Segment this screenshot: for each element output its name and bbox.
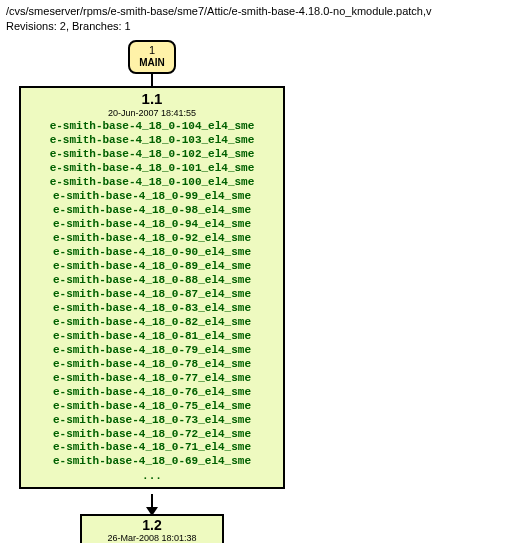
tag-ellipsis: ...: [27, 470, 277, 482]
tag-item: e-smith-base-4_18_0-73_el4_sme: [27, 414, 277, 428]
tag-item: e-smith-base-4_18_0-102_el4_sme: [27, 148, 277, 162]
tag-item: e-smith-base-4_18_0-78_el4_sme: [27, 358, 277, 372]
revision-title: 1.2: [87, 518, 217, 533]
repo-meta: Revisions: 2, Branches: 1: [6, 19, 506, 34]
tag-item: e-smith-base-4_18_0-92_el4_sme: [27, 232, 277, 246]
tag-item: e-smith-base-4_18_0-76_el4_sme: [27, 386, 277, 400]
connector-line: [151, 74, 153, 87]
tag-item: e-smith-base-4_18_0-82_el4_sme: [27, 316, 277, 330]
tag-item: e-smith-base-4_18_0-99_el4_sme: [27, 190, 277, 204]
tag-item: e-smith-base-4_18_0-81_el4_sme: [27, 330, 277, 344]
tag-item: e-smith-base-4_18_0-90_el4_sme: [27, 246, 277, 260]
revision-node-1-2[interactable]: 1.2 26-Mar-2008 18:01:38 HEAD: [80, 514, 224, 543]
tag-item: e-smith-base-4_18_0-88_el4_sme: [27, 274, 277, 288]
tag-item: e-smith-base-4_18_0-69_el4_sme: [27, 455, 277, 469]
tag-list: e-smith-base-4_18_0-104_el4_smee-smith-b…: [27, 120, 277, 469]
header: /cvs/smeserver/rpms/e-smith-base/sme7/At…: [0, 0, 512, 34]
revision-date: 20-Jun-2007 18:41:55: [27, 108, 277, 118]
tag-item: e-smith-base-4_18_0-104_el4_sme: [27, 120, 277, 134]
tag-item: e-smith-base-4_18_0-72_el4_sme: [27, 428, 277, 442]
revision-date: 26-Mar-2008 18:01:38: [87, 533, 217, 543]
tag-item: e-smith-base-4_18_0-75_el4_sme: [27, 400, 277, 414]
tag-item: e-smith-base-4_18_0-87_el4_sme: [27, 288, 277, 302]
tag-item: e-smith-base-4_18_0-98_el4_sme: [27, 204, 277, 218]
branch-node-main[interactable]: 1 MAIN: [128, 40, 176, 74]
tag-item: e-smith-base-4_18_0-71_el4_sme: [27, 441, 277, 455]
tag-item: e-smith-base-4_18_0-101_el4_sme: [27, 162, 277, 176]
tag-item: e-smith-base-4_18_0-103_el4_sme: [27, 134, 277, 148]
tag-item: e-smith-base-4_18_0-89_el4_sme: [27, 260, 277, 274]
branch-name: MAIN: [134, 57, 170, 68]
revision-node-1-1[interactable]: 1.1 20-Jun-2007 18:41:55 e-smith-base-4_…: [19, 86, 285, 490]
branch-number: 1: [134, 45, 170, 56]
page: /cvs/smeserver/rpms/e-smith-base/sme7/At…: [0, 0, 512, 543]
revision-title: 1.1: [27, 91, 277, 108]
revision-graph: 1 MAIN 1.1 20-Jun-2007 18:41:55 e-smith-…: [0, 36, 512, 536]
arrow-down-icon: [146, 507, 158, 516]
tag-item: e-smith-base-4_18_0-100_el4_sme: [27, 176, 277, 190]
tag-item: e-smith-base-4_18_0-77_el4_sme: [27, 372, 277, 386]
repo-path: /cvs/smeserver/rpms/e-smith-base/sme7/At…: [6, 4, 506, 19]
tag-item: e-smith-base-4_18_0-83_el4_sme: [27, 302, 277, 316]
tag-item: e-smith-base-4_18_0-94_el4_sme: [27, 218, 277, 232]
tag-item: e-smith-base-4_18_0-79_el4_sme: [27, 344, 277, 358]
